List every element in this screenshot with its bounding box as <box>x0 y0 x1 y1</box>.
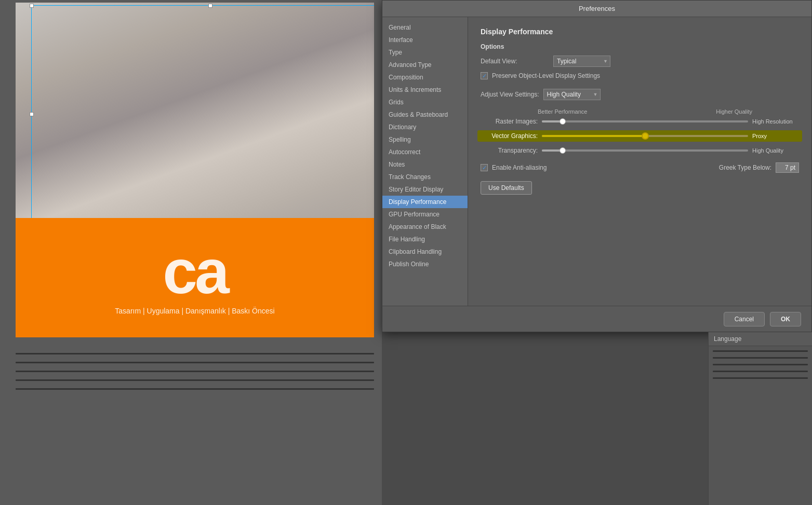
canvas-orange-bottom: ca Tasarım | Uygulama | Danışmanlık | Ba… <box>16 218 374 337</box>
dialog-body: GeneralInterfaceTypeAdvanced TypeComposi… <box>382 17 811 306</box>
raster-end-label: High Resolution <box>752 118 799 125</box>
sidebar-item-general[interactable]: General <box>382 21 468 34</box>
vector-slider-thumb[interactable] <box>642 132 649 140</box>
sidebar-item-display-performance[interactable]: Display Performance <box>382 196 468 208</box>
anti-alias-label: Enable Anti-aliasing <box>492 164 547 171</box>
raster-slider-row: Raster Images: High Resolution <box>481 118 799 125</box>
sidebar-item-track-changes[interactable]: Track Changes <box>382 171 468 183</box>
vector-slider-track[interactable] <box>542 135 748 137</box>
sidebar-item-type[interactable]: Type <box>382 46 468 59</box>
sidebar-item-units-&-increments[interactable]: Units & Increments <box>382 84 468 96</box>
slider-header: Better Performance Higher Quality <box>481 108 799 115</box>
right-language-panel: Language <box>708 332 812 505</box>
transparency-label: Transparency: <box>481 147 538 154</box>
sidebar-item-autocorrect[interactable]: Autocorrect <box>382 146 468 158</box>
sliders-section: Better Performance Higher Quality Raster… <box>481 108 799 154</box>
adjust-view-label: Adjust View Settings: <box>481 91 539 98</box>
default-view-select[interactable]: Typical Fast High Quality <box>553 56 610 67</box>
sidebar-item-gpu-performance[interactable]: GPU Performance <box>382 208 468 221</box>
vector-slider-row: Vector Graphics: Proxy <box>477 130 802 142</box>
default-view-select-wrapper: Typical Fast High Quality <box>553 56 610 67</box>
adjust-view-select-wrapper: High Quality Typical Fast <box>543 89 601 100</box>
dialog-footer: Cancel OK <box>382 306 811 332</box>
vector-end-label: Proxy <box>752 133 799 139</box>
transparency-end-label: High Quality <box>752 147 799 154</box>
raster-label: Raster Images: <box>481 118 538 125</box>
transparency-slider-thumb[interactable] <box>560 147 566 154</box>
default-view-label: Default View: <box>481 58 553 65</box>
sidebar-item-story-editor-display[interactable]: Story Editor Display <box>382 183 468 196</box>
raster-slider-track[interactable] <box>542 120 748 122</box>
preferences-dialog: Preferences GeneralInterfaceTypeAdvanced… <box>382 0 812 332</box>
sidebar-item-spelling[interactable]: Spelling <box>382 133 468 146</box>
use-defaults-button[interactable]: Use Defaults <box>481 181 532 195</box>
vector-label: Vector Graphics: <box>481 132 538 140</box>
anti-alias-row: Enable Anti-aliasing <box>481 164 547 171</box>
sidebar-item-grids[interactable]: Grids <box>382 96 468 108</box>
main-content: Display Performance Options Default View… <box>468 17 811 306</box>
sidebar-item-appearance-of-black[interactable]: Appearance of Black <box>382 221 468 233</box>
logo-subtitle: Tasarım | Uygulama | Danışmanlık | Baskı… <box>115 307 274 315</box>
higher-quality-label: Higher Quality <box>716 108 752 115</box>
dialog-title: Preferences <box>579 5 615 12</box>
sidebar-item-dictionary[interactable]: Dictionary <box>382 121 468 133</box>
dialog-title-bar: Preferences <box>382 1 811 17</box>
sidebar-item-publish-online[interactable]: Publish Online <box>382 258 468 270</box>
preserve-label: Preserve Object-Level Display Settings <box>492 72 600 79</box>
logo-text: ca <box>163 240 227 303</box>
greek-type-label: Greek Type Below: <box>719 164 771 171</box>
transparency-slider-row: Transparency: High Quality <box>481 147 799 154</box>
greek-type-row: Greek Type Below: <box>719 162 799 173</box>
sidebar-item-file-handling[interactable]: File Handling <box>382 233 468 245</box>
transparency-slider-track[interactable] <box>542 149 748 152</box>
better-performance-label: Better Performance <box>538 108 587 115</box>
preserve-checkbox-row: Preserve Object-Level Display Settings <box>481 72 799 79</box>
options-label: Options <box>481 43 799 50</box>
sidebar-item-clipboard-handling[interactable]: Clipboard Handling <box>382 245 468 258</box>
ok-button[interactable]: OK <box>770 312 801 326</box>
sidebar-item-notes[interactable]: Notes <box>382 158 468 171</box>
options-section: Options Default View: Typical Fast High … <box>481 43 799 79</box>
greek-type-input[interactable] <box>776 162 799 173</box>
preserve-checkbox[interactable] <box>481 72 488 79</box>
bottom-controls: Enable Anti-aliasing Greek Type Below: <box>481 162 799 173</box>
section-title: Display Performance <box>481 28 799 36</box>
cancel-button[interactable]: Cancel <box>724 312 765 326</box>
sidebar-item-guides-&-pasteboard[interactable]: Guides & Pasteboard <box>382 108 468 121</box>
sidebar-item-interface[interactable]: Interface <box>382 34 468 46</box>
preferences-sidebar: GeneralInterfaceTypeAdvanced TypeComposi… <box>382 17 468 306</box>
adjust-view-select[interactable]: High Quality Typical Fast <box>543 89 601 100</box>
adjust-view-row: Adjust View Settings: High Quality Typic… <box>481 89 799 100</box>
sidebar-item-advanced-type[interactable]: Advanced Type <box>382 59 468 71</box>
canvas-area: ca Tasarım | Uygulama | Danışmanlık | Ba… <box>0 0 382 505</box>
anti-alias-checkbox[interactable] <box>481 164 488 171</box>
photo-inner <box>16 3 374 221</box>
vector-slider-fill <box>542 135 645 137</box>
canvas-photo <box>16 3 374 221</box>
default-view-row: Default View: Typical Fast High Quality <box>481 56 799 67</box>
sidebar-item-composition[interactable]: Composition <box>382 71 468 84</box>
raster-slider-thumb[interactable] <box>560 118 566 125</box>
use-defaults-container: Use Defaults <box>481 181 799 195</box>
language-panel-header: Language <box>709 332 812 346</box>
